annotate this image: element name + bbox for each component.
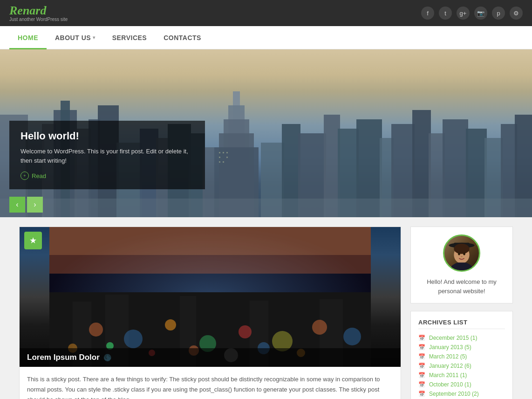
archive-label: March 2011 (1) (429, 372, 467, 378)
blog-post: ★ (19, 227, 401, 399)
settings-icon[interactable]: ⚙ (510, 7, 523, 20)
calendar-icon: 📅 (418, 391, 425, 397)
facebook-icon[interactable]: f (421, 7, 434, 20)
svg-point-76 (463, 253, 465, 255)
site-logo[interactable]: Renard (9, 5, 46, 17)
pinterest-icon[interactable]: p (492, 7, 505, 20)
svg-rect-37 (219, 157, 220, 158)
archive-item[interactable]: 📅March 2012 (5) (418, 353, 505, 360)
svg-point-75 (458, 253, 460, 255)
svg-point-58 (165, 319, 176, 330)
top-bar: Renard Just another WordPress site f t g… (0, 0, 532, 26)
svg-rect-41 (0, 199, 532, 217)
nav-services[interactable]: SERVICES (104, 26, 156, 49)
svg-rect-44 (49, 227, 371, 255)
svg-rect-36 (226, 152, 228, 153)
googleplus-icon[interactable]: g+ (457, 7, 470, 20)
calendar-icon: 📅 (418, 381, 425, 388)
nav-home[interactable]: HOME (9, 26, 47, 49)
post-image-svg (20, 227, 401, 367)
author-avatar (443, 234, 480, 272)
calendar-icon: 📅 (418, 353, 425, 360)
svg-point-56 (89, 323, 103, 337)
post-body: This is a sticky post. There are a few t… (20, 367, 401, 399)
hero-description: Welcome to WordPress. This is your first… (20, 147, 194, 165)
main-content: ★ (10, 217, 522, 399)
hero-next-button[interactable]: › (27, 197, 43, 213)
author-bio: Hello! And welcome to my personal websit… (418, 277, 505, 296)
star-icon: ★ (29, 235, 37, 246)
svg-point-74 (454, 244, 469, 254)
twitter-icon[interactable]: t (439, 7, 452, 20)
nav-about[interactable]: ABOUT US ▾ (47, 26, 104, 49)
archive-item[interactable]: 📅January 2012 (6) (418, 363, 505, 369)
archive-label: September 2010 (2) (429, 391, 479, 397)
archive-label: October 2010 (1) (429, 381, 471, 388)
archives-list: 📅December 2015 (1)📅January 2013 (5)📅Marc… (418, 335, 505, 399)
social-icons-bar: f t g+ 📷 p ⚙ (421, 7, 523, 20)
hero-read-link[interactable]: + Read (20, 172, 194, 180)
calendar-icon: 📅 (418, 335, 425, 341)
svg-rect-38 (226, 157, 228, 158)
sidebar: Hello! And welcome to my personal websit… (410, 227, 513, 399)
svg-point-62 (312, 320, 327, 335)
hero-title: Hello world! (20, 130, 194, 142)
hero-overlay: Hello world! Welcome to WordPress. This … (9, 121, 205, 189)
nav-contacts[interactable]: CONTACTS (155, 26, 210, 49)
nav-bar: HOME ABOUT US ▾ SERVICES CONTACTS (0, 26, 532, 49)
instagram-icon[interactable]: 📷 (474, 7, 487, 20)
post-image-title: Lorem Ipsum Dolor (27, 353, 100, 362)
archive-label: January 2013 (5) (429, 344, 471, 351)
svg-point-63 (343, 328, 361, 345)
calendar-icon: 📅 (418, 372, 425, 378)
archive-label: December 2015 (1) (429, 335, 477, 341)
moon-icon: 🌑 (103, 354, 111, 361)
calendar-icon: 📅 (418, 344, 425, 351)
read-label: Read (32, 172, 46, 179)
hero-prev-button[interactable]: ‹ (9, 197, 25, 213)
hero-navigation: ‹ › (9, 197, 43, 213)
post-text: This is a sticky post. There are a few t… (27, 374, 393, 399)
svg-point-77 (461, 256, 463, 257)
post-image: Lorem Ipsum Dolor 🌑 (20, 227, 401, 367)
calendar-icon: 📅 (418, 363, 425, 369)
archives-widget: ARCHIVES LIST 📅December 2015 (1)📅January… (410, 311, 513, 399)
archive-item[interactable]: 📅October 2010 (1) (418, 381, 505, 388)
archive-label: January 2012 (6) (429, 363, 471, 369)
avatar-svg (444, 234, 479, 272)
logo-area: Renard Just another WordPress site (9, 5, 68, 22)
author-widget: Hello! And welcome to my personal websit… (410, 227, 513, 303)
read-circle-icon: + (20, 172, 29, 180)
archive-label: March 2012 (5) (429, 353, 467, 360)
site-tagline: Just another WordPress site (9, 17, 68, 22)
sticky-badge: ★ (24, 232, 42, 249)
archive-item[interactable]: 📅January 2013 (5) (418, 344, 505, 351)
chevron-down-icon: ▾ (93, 35, 95, 40)
archive-item[interactable]: 📅September 2010 (2) (418, 391, 505, 397)
archive-item[interactable]: 📅March 2011 (1) (418, 372, 505, 378)
svg-point-57 (124, 330, 143, 348)
archive-item[interactable]: 📅December 2015 (1) (418, 335, 505, 341)
svg-rect-39 (219, 161, 220, 163)
hero-section: Hello world! Welcome to WordPress. This … (0, 49, 532, 217)
svg-rect-35 (223, 152, 224, 153)
svg-point-60 (239, 325, 252, 338)
svg-rect-40 (223, 161, 224, 163)
archives-title: ARCHIVES LIST (418, 319, 505, 329)
svg-rect-34 (219, 152, 220, 153)
post-image-overlay: Lorem Ipsum Dolor 🌑 (20, 348, 401, 367)
